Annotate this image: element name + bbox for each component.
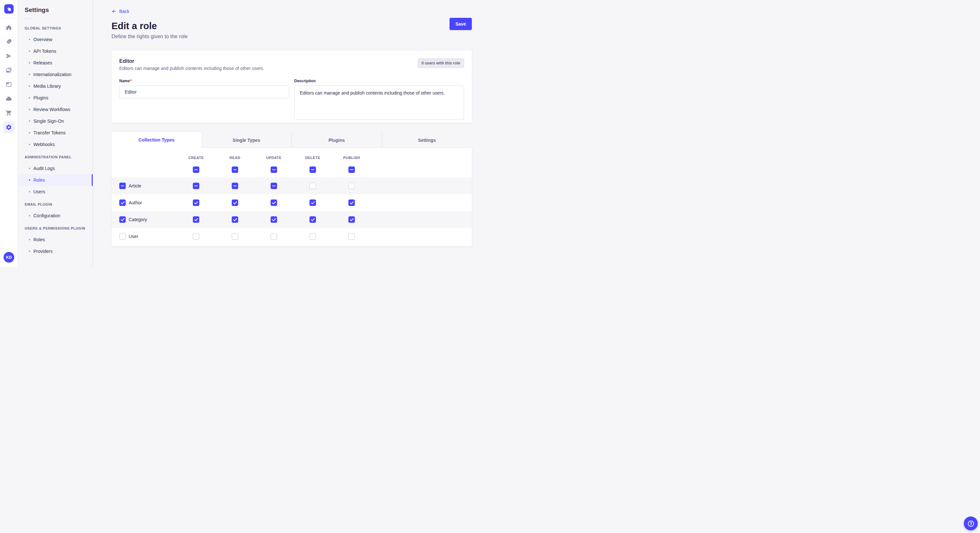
subnav-title: Settings [18,0,93,14]
category-create-checkbox[interactable] [193,216,199,223]
tab-plugins[interactable]: Plugins [291,132,382,148]
sidebar-item-configuration[interactable]: Configuration [18,210,93,222]
action-cell [255,182,293,189]
tab-settings[interactable]: Settings [382,132,472,148]
sidebar-item-label: Audit Logs [33,166,55,171]
page-title: Edit a role [111,21,472,32]
article-delete-checkbox[interactable] [310,182,316,189]
tab-collection-types[interactable]: Collection Types [111,132,202,148]
action-cell [293,200,332,206]
permissions-table: CREATEREADUPDATEDELETEPUBLISH ArticleAut… [111,148,472,246]
category-read-checkbox[interactable] [232,216,238,223]
select-all-read-checkbox[interactable] [232,167,238,173]
article-publish-checkbox[interactable] [348,182,355,189]
sidebar-item-label: Transfer Tokens [33,130,66,135]
rail-item-images[interactable] [3,65,14,76]
sidebar-item-plugins[interactable]: Plugins [18,92,93,104]
rail-item-home[interactable] [3,22,14,33]
sidebar-item-media-library[interactable]: Media Library [18,80,93,92]
user-create-checkbox[interactable] [193,233,199,240]
sidebar-item-label: Users [33,189,45,194]
back-link[interactable]: Back [111,9,129,14]
save-button[interactable]: Save [450,18,472,30]
category-update-checkbox[interactable] [270,216,277,223]
article-read-checkbox[interactable] [232,182,238,189]
user-avatar[interactable]: KD [3,252,14,263]
nav-section: EMAIL PLUGINConfiguration [18,202,93,222]
author-update-checkbox[interactable] [270,200,277,206]
user-update-checkbox[interactable] [270,233,277,240]
rail-item-feather[interactable] [3,36,14,48]
category-publish-checkbox[interactable] [348,216,355,223]
required-asterisk: * [130,79,132,83]
select-row-article-checkbox[interactable] [119,182,126,189]
row-label: Author [129,200,142,205]
users-with-role-badge[interactable]: 0 users with this role [418,58,464,68]
rail-item-cart[interactable] [3,107,14,119]
rail-item-cloud[interactable] [3,93,14,105]
action-cell [332,167,371,173]
sidebar-item-single-sign-on[interactable]: Single Sign-On [18,115,93,127]
action-cell [293,182,332,189]
action-cell: CREATE [177,156,215,160]
back-arrow-icon [111,9,117,14]
category-delete-checkbox[interactable] [310,216,316,223]
sidebar-item-webhooks[interactable]: Webhooks [18,139,93,150]
description-textarea[interactable]: Editors can manage and publish contents … [294,86,464,119]
row-label-cell: Category [111,216,177,223]
permission-row-author: Author [111,194,472,211]
sidebar-item-roles[interactable]: Roles [18,234,93,246]
sidebar-item-api-tokens[interactable]: API Tokens [18,45,93,57]
article-update-checkbox[interactable] [270,182,277,189]
strapi-logo[interactable] [4,4,14,14]
home-icon [5,24,12,31]
author-publish-checkbox[interactable] [348,200,355,206]
nav-section-label: EMAIL PLUGIN [18,202,93,210]
name-input[interactable] [119,86,289,98]
images-icon [5,67,12,73]
sidebar-item-providers[interactable]: Providers [18,246,93,257]
select-all-create-checkbox[interactable] [193,167,199,173]
article-create-checkbox[interactable] [193,182,199,189]
select-row-category-checkbox[interactable] [119,216,126,223]
bullet-icon [29,168,30,169]
bullet-icon [29,74,30,75]
sidebar-item-label: Webhooks [33,142,55,147]
action-cell [215,233,255,240]
action-cell: UPDATE [255,156,293,160]
action-cell [177,216,215,223]
sidebar-item-users[interactable]: Users [18,186,93,198]
icon-rail: KD [0,0,18,266]
select-row-author-checkbox[interactable] [119,200,126,206]
sidebar-item-roles[interactable]: Roles [18,174,93,186]
action-cell [255,216,293,223]
user-delete-checkbox[interactable] [310,233,316,240]
action-cell [255,200,293,206]
permission-row-user: User [111,228,472,245]
sidebar-item-review-workflows[interactable]: Review Workflows [18,104,93,115]
rail-item-layout[interactable] [3,79,14,90]
select-all-delete-checkbox[interactable] [310,167,316,173]
page-subtitle: Define the rights given to the role [111,34,472,40]
rail-item-send[interactable] [3,50,14,62]
sidebar-item-transfer-tokens[interactable]: Transfer Tokens [18,127,93,139]
sidebar-item-internationalization[interactable]: Internationalization [18,69,93,80]
sidebar-item-releases[interactable]: Releases [18,57,93,69]
tab-single-types[interactable]: Single Types [202,132,292,148]
user-publish-checkbox[interactable] [348,233,355,240]
action-cell [332,216,371,223]
select-all-publish-checkbox[interactable] [348,167,355,173]
user-read-checkbox[interactable] [232,233,238,240]
sidebar-item-overview[interactable]: Overview [18,34,93,45]
action-cell [215,200,255,206]
rail-item-gear[interactable] [3,121,14,133]
author-read-checkbox[interactable] [232,200,238,206]
author-delete-checkbox[interactable] [310,200,316,206]
sidebar-item-audit-logs[interactable]: Audit Logs [18,163,93,174]
author-create-checkbox[interactable] [193,200,199,206]
bullet-icon [29,62,30,63]
select-row-user-checkbox[interactable] [119,233,126,240]
bullet-icon [29,86,30,87]
select-all-update-checkbox[interactable] [270,167,277,173]
action-cell: DELETE [293,156,332,160]
